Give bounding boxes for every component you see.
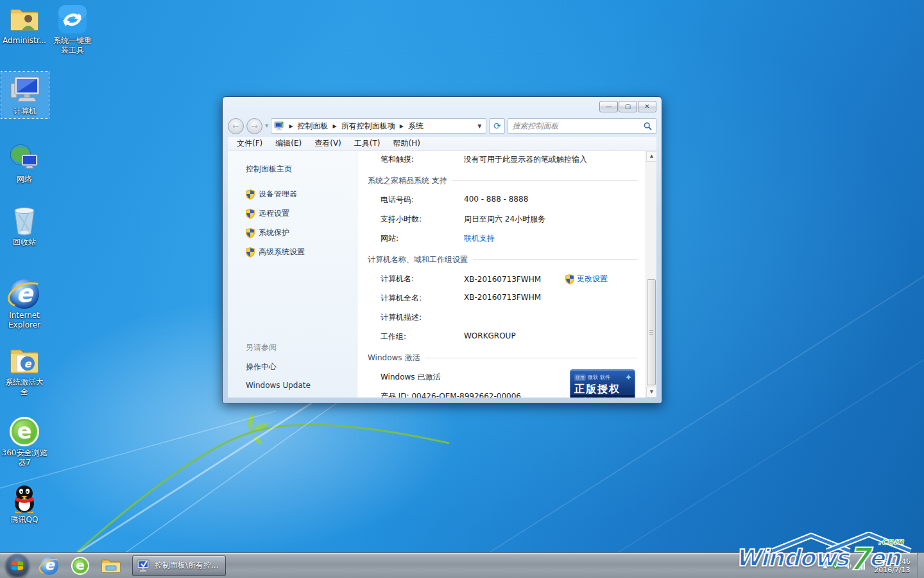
breadcrumb-separator-icon: ▶ xyxy=(400,123,404,129)
desktop-icon-tencent-qq[interactable]: 腾讯QQ xyxy=(1,483,48,525)
system-window: — ▢ ✕ ← → ▼ ▶ 控制面板 ▶ 所有控制面板项 ▶ xyxy=(222,96,662,403)
computer-check-icon xyxy=(137,559,151,572)
refresh-button[interactable]: ⟳ xyxy=(489,118,505,134)
uac-shield-icon xyxy=(565,274,574,285)
scroll-down-arrow-icon[interactable]: ▼ xyxy=(646,387,656,398)
maximize-button[interactable]: ▢ xyxy=(619,101,637,112)
see-also-header: 另请参阅 xyxy=(246,342,357,353)
svg-text:e: e xyxy=(24,358,32,370)
computer-name-value: XB-20160713FWHM xyxy=(464,275,565,284)
full-computer-name-value: XB-20160713FWHM xyxy=(464,293,638,304)
sidebar-item-advanced-system-settings[interactable]: 高级系统设置 xyxy=(246,247,357,258)
taskbar-clock[interactable]: 上午 10:46 2016/7/13 xyxy=(874,557,911,574)
desktop-icon-recycle-bin[interactable]: 回收站 xyxy=(1,206,48,247)
online-support-link[interactable]: 联机支持 xyxy=(464,234,495,243)
website-label: 网站: xyxy=(368,233,464,244)
desktop-icon-computer[interactable]: 计算机 xyxy=(1,72,49,118)
scroll-up-arrow-icon[interactable]: ▲ xyxy=(646,151,656,162)
computer-description-value xyxy=(464,312,638,323)
recent-pages-caret-icon[interactable]: ▼ xyxy=(265,123,268,128)
phone-label: 电话号码: xyxy=(368,195,464,206)
speaker-icon[interactable] xyxy=(844,562,852,570)
360-browser-icon: e xyxy=(9,416,40,447)
sidebar-item-device-manager[interactable]: 设备管理器 xyxy=(246,189,357,200)
minimize-button[interactable]: — xyxy=(599,101,618,112)
system-info-panel: 笔和触摸: 没有可用于此显示器的笔或触控输入 系统之家精品系统 支持 电话号码:… xyxy=(357,151,646,398)
breadcrumb-system[interactable]: 系统 xyxy=(408,121,424,132)
taskbar-360-browser[interactable]: e xyxy=(69,555,91,577)
workgroup-value: WORKGROUP xyxy=(464,331,638,342)
navigation-bar: ← → ▼ ▶ 控制面板 ▶ 所有控制面板项 ▶ 系统 ▼ xyxy=(228,116,656,136)
folder-with-app-icon: e xyxy=(9,346,40,376)
workgroup-label: 工作组: xyxy=(368,331,464,342)
hours-label: 支持小时数: xyxy=(368,214,464,225)
desktop-icon-system-reinstall-tool[interactable]: 系统一键重 装工具 xyxy=(49,4,96,55)
desktop-icon-internet-explorer[interactable]: e Internet Explorer xyxy=(1,279,48,330)
sidebar-item-windows-update[interactable]: Windows Update xyxy=(246,381,357,390)
breadcrumb-separator-icon: ▶ xyxy=(289,123,293,129)
windows-logo-icon xyxy=(10,558,25,574)
breadcrumb-control-panel[interactable]: 控制面板 xyxy=(298,121,329,132)
computer-description-label: 计算机描述: xyxy=(368,312,464,323)
start-button[interactable] xyxy=(5,554,30,578)
taskbar-explorer[interactable] xyxy=(100,555,122,577)
taskbar: e e 控制面板\所有控... ▲ xyxy=(0,552,924,578)
user-folder-icon xyxy=(9,4,40,35)
desktop-icon-network[interactable]: 网络 xyxy=(1,143,48,184)
recycle-bin-icon xyxy=(9,206,40,236)
icon-label: 回收站 xyxy=(1,238,48,247)
menu-view[interactable]: 查看(V) xyxy=(314,138,341,149)
sidebar-item-action-center[interactable]: 操作中心 xyxy=(246,362,357,372)
sidebar-item-system-protection[interactable]: 系统保护 xyxy=(246,227,357,238)
system-page-icon xyxy=(274,121,284,130)
hours-value: 周日至周六 24小时服务 xyxy=(464,214,638,225)
sidebar-item-remote-settings[interactable]: 远程设置 xyxy=(246,208,357,219)
hidden-icons-chevron-icon[interactable]: ▲ xyxy=(823,562,828,569)
network-globe-icon xyxy=(9,143,40,173)
task-label: 控制面板\所有控... xyxy=(155,560,219,571)
search-icon[interactable] xyxy=(644,122,652,130)
show-desktop-button[interactable] xyxy=(917,553,924,578)
menu-help[interactable]: 帮助(H) xyxy=(393,138,420,149)
full-computer-name-label: 计算机全名: xyxy=(368,293,464,304)
taskbar-internet-explorer[interactable]: e xyxy=(38,555,60,577)
network-icon[interactable] xyxy=(857,562,865,570)
forward-button[interactable]: → xyxy=(246,118,262,134)
desktop-icon-administrator[interactable]: Administr... xyxy=(1,4,48,46)
vertical-scrollbar[interactable]: ▲ ▼ xyxy=(646,151,656,398)
breadcrumb[interactable]: ▶ 控制面板 ▶ 所有控制面板项 ▶ 系统 ▼ xyxy=(271,118,486,134)
clock-date: 2016/7/13 xyxy=(874,566,911,574)
back-button[interactable]: ← xyxy=(228,118,244,134)
uac-shield-icon xyxy=(246,247,255,258)
taskbar-task-control-panel[interactable]: 控制面板\所有控... xyxy=(132,556,226,576)
icon-label: 腾讯QQ xyxy=(1,515,48,525)
menu-tools[interactable]: 工具(T) xyxy=(354,138,381,149)
caption-buttons: — ▢ ✕ xyxy=(599,101,656,112)
menu-file[interactable]: 文件(F) xyxy=(237,138,262,149)
close-button[interactable]: ✕ xyxy=(638,101,656,112)
menu-edit[interactable]: 编辑(E) xyxy=(275,138,302,149)
genuine-license-badge[interactable]: 使用 微软 软件 ✦ 正版授权 安全 稳定 声誉 xyxy=(570,369,635,398)
address-dropdown-icon[interactable]: ▼ xyxy=(477,123,481,129)
breadcrumb-all-items[interactable]: 所有控制面板项 xyxy=(341,121,395,132)
change-settings-link[interactable]: 更改设置 xyxy=(577,274,608,285)
uac-shield-icon xyxy=(246,209,255,219)
desktop: Administr... 系统一键重 装工具 xyxy=(0,0,924,578)
window-client-area: 文件(F) 编辑(E) 查看(V) 工具(T) 帮助(H) 控制面板主页 设备管… xyxy=(228,137,656,398)
search-box xyxy=(508,118,656,134)
search-input[interactable] xyxy=(512,121,644,130)
action-center-flag-icon[interactable] xyxy=(832,561,840,570)
system-tray: ▲ 上午 10:46 2016/7/13 xyxy=(823,553,924,578)
sparkle-icon: ✦ xyxy=(625,372,632,382)
desktop-icon-360-browser[interactable]: e 360安全浏览 器7 xyxy=(1,416,48,468)
qq-penguin-icon xyxy=(9,483,40,514)
sidebar-item-control-panel-home[interactable]: 控制面板主页 xyxy=(246,164,357,175)
scrollbar-thumb[interactable] xyxy=(647,279,656,385)
icon-label: Internet Explorer xyxy=(1,311,48,330)
folder-icon xyxy=(101,557,121,574)
product-id: 产品 ID: 00426-OEM-8992662-00006 xyxy=(368,391,521,398)
uac-shield-icon xyxy=(246,189,255,200)
icon-label: 计算机 xyxy=(1,107,49,116)
uac-shield-icon xyxy=(246,228,255,238)
desktop-icon-system-activation-folder[interactable]: e 系统激活大 全 xyxy=(1,346,48,397)
